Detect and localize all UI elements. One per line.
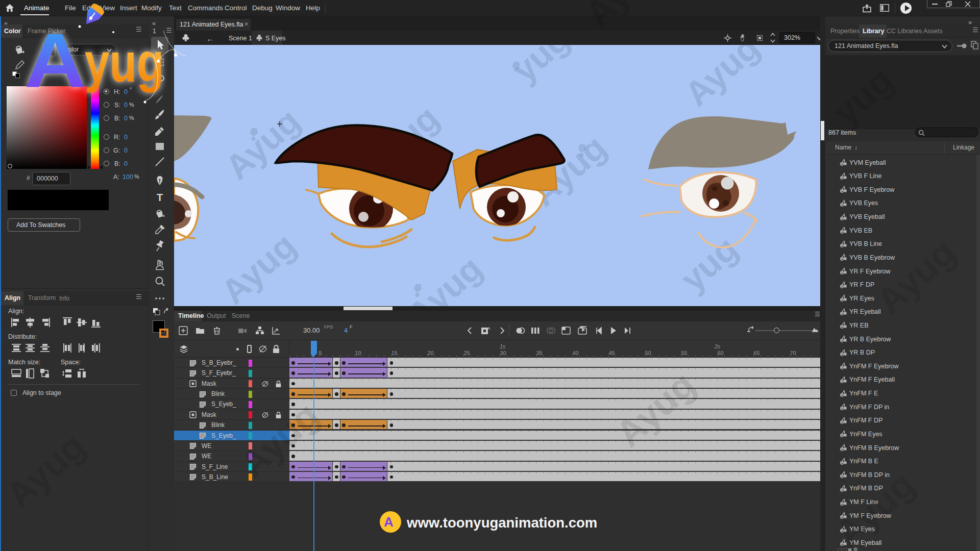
svg-text:Ayug: Ayug [677,45,767,113]
svg-text:A: A [487,326,491,331]
svg-text:yug: yug [505,45,577,89]
svg-text:T: T [157,192,163,203]
svg-text:yug: yug [673,229,745,298]
svg-text:Ayug: Ayug [214,226,303,306]
svg-text:Ayug: Ayug [400,248,489,306]
